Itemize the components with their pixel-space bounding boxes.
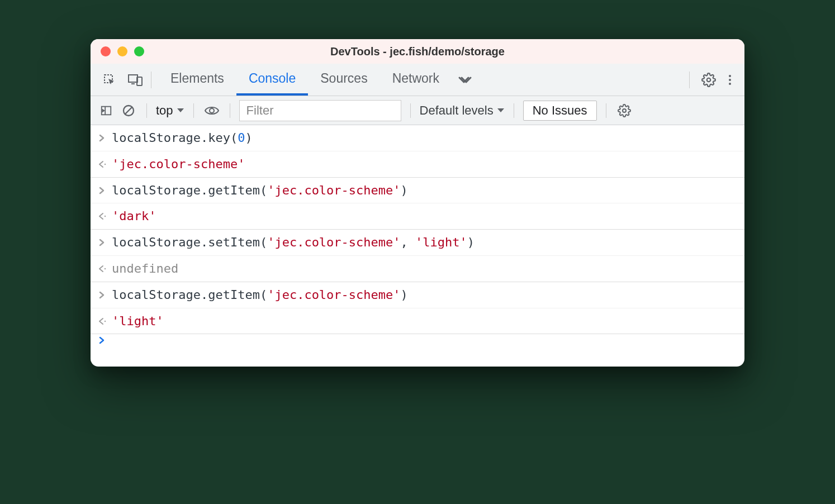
clear-console-icon[interactable] — [120, 102, 137, 120]
console-row-prompt[interactable] — [91, 334, 744, 367]
svg-rect-1 — [129, 75, 137, 82]
more-vert-icon[interactable] — [721, 71, 739, 89]
console-row-input: localStorage.setItem('jec.color-scheme',… — [91, 230, 744, 256]
divider — [689, 72, 690, 88]
levels-label: Default levels — [420, 103, 494, 118]
svg-point-3 — [707, 78, 711, 82]
console-toolbar: top Default levels No Issues — [91, 96, 744, 125]
divider — [193, 103, 194, 118]
svg-point-16 — [105, 320, 106, 321]
console-text: 'dark' — [112, 205, 156, 228]
titlebar: DevTools - jec.fish/demo/storage — [91, 39, 744, 64]
tab-console[interactable]: Console — [236, 64, 308, 96]
svg-point-12 — [623, 109, 626, 112]
svg-point-14 — [105, 216, 106, 217]
issues-button[interactable]: No Issues — [523, 101, 597, 121]
svg-point-11 — [210, 108, 214, 113]
svg-point-5 — [729, 79, 731, 81]
console-text: localStorage.setItem('jec.color-scheme',… — [112, 231, 475, 254]
chevron-left-dot-icon — [98, 265, 112, 273]
chevron-right-icon — [98, 239, 112, 246]
tab-network[interactable]: Network — [380, 64, 452, 96]
console-text: localStorage.getItem('jec.color-scheme') — [112, 179, 408, 202]
close-icon[interactable] — [101, 46, 111, 56]
filter-input[interactable] — [239, 100, 401, 121]
console-output[interactable]: localStorage.key(0)'jec.color-scheme'loc… — [91, 125, 744, 367]
window-title: DevTools - jec.fish/demo/storage — [330, 45, 505, 58]
console-row-output: 'light' — [91, 308, 744, 335]
inspect-element-icon[interactable] — [101, 71, 118, 89]
more-tabs-icon[interactable] — [452, 71, 478, 89]
console-text: localStorage.key(0) — [112, 126, 253, 150]
log-levels-selector[interactable]: Default levels — [420, 103, 505, 118]
console-text: undefined — [112, 257, 178, 280]
divider — [410, 103, 411, 118]
console-row-output: 'jec.color-scheme' — [91, 151, 744, 178]
devtools-window: DevTools - jec.fish/demo/storage Element… — [91, 39, 744, 367]
tab-elements[interactable]: Elements — [158, 64, 236, 96]
console-text: 'light' — [112, 310, 164, 333]
chevron-left-dot-icon — [98, 317, 112, 325]
chevron-left-dot-icon — [98, 160, 112, 168]
svg-point-13 — [105, 164, 106, 165]
svg-point-6 — [729, 83, 731, 85]
chevron-left-dot-icon — [98, 212, 112, 220]
console-text: localStorage.getItem('jec.color-scheme') — [112, 283, 408, 307]
divider — [230, 103, 230, 118]
svg-point-15 — [105, 268, 106, 269]
console-row-input: localStorage.getItem('jec.color-scheme') — [91, 282, 744, 308]
divider — [514, 103, 514, 118]
context-selector[interactable]: top — [156, 103, 184, 118]
toggle-sidebar-icon[interactable] — [97, 102, 115, 120]
tab-sources[interactable]: Sources — [308, 64, 379, 96]
console-row-input: localStorage.getItem('jec.color-scheme') — [91, 178, 744, 204]
device-toolbar-icon[interactable] — [126, 71, 144, 89]
chevron-right-icon — [98, 291, 112, 299]
console-settings-gear-icon[interactable] — [615, 102, 633, 120]
divider — [146, 103, 147, 118]
divider — [606, 103, 606, 118]
context-label: top — [156, 103, 173, 118]
divider — [151, 72, 151, 88]
chevron-right-icon — [98, 187, 112, 194]
svg-line-10 — [125, 107, 132, 114]
console-text: 'jec.color-scheme' — [112, 153, 245, 176]
console-row-output: undefined — [91, 256, 744, 282]
chevron-right-icon — [98, 134, 112, 142]
tabs: ElementsConsoleSourcesNetwork — [158, 64, 452, 96]
chevron-right-icon — [98, 336, 112, 344]
maximize-icon[interactable] — [134, 46, 144, 56]
console-row-input: localStorage.key(0) — [91, 125, 744, 151]
live-expression-eye-icon[interactable] — [203, 102, 221, 120]
settings-gear-icon[interactable] — [700, 71, 718, 89]
svg-point-4 — [729, 75, 731, 77]
minimize-icon[interactable] — [117, 46, 127, 56]
console-row-output: 'dark' — [91, 203, 744, 230]
tabbar: ElementsConsoleSourcesNetwork — [91, 64, 744, 96]
traffic-lights — [101, 46, 144, 56]
